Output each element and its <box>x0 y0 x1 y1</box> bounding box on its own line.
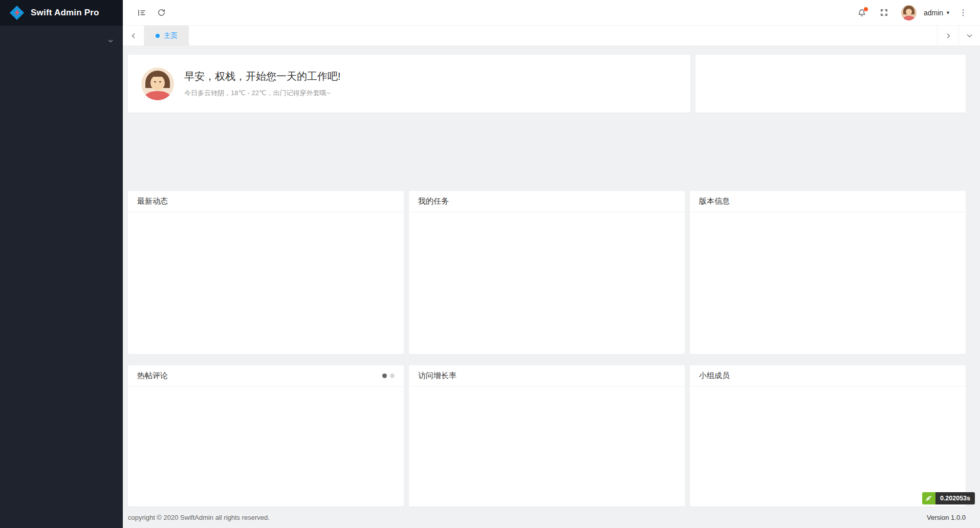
tab-active-dot <box>156 34 160 38</box>
quick-links-card <box>695 55 966 113</box>
team-card-title: 小组成员 <box>699 371 730 381</box>
tab-label: 主页 <box>164 31 178 40</box>
debug-toolbar[interactable]: 0.202053s <box>922 492 975 504</box>
carousel-dots <box>382 373 395 378</box>
greeting-text: 早安，权栈，开始您一天的工作吧! <box>184 70 341 83</box>
user-menu[interactable]: admin ▼ <box>924 9 950 17</box>
copyright-text: copyright © 2020 SwiftAdmin all rights r… <box>128 514 270 521</box>
comments-card: 热帖评论 <box>128 365 404 507</box>
welcome-card: 早安，权栈，开始您一天的工作吧! 今日多云转阴，18℃ - 22℃，出门记得穿外… <box>128 55 690 113</box>
header-actions: admin ▼ ⋮ <box>852 3 971 23</box>
top-header: admin ▼ ⋮ <box>123 0 980 26</box>
team-list <box>690 387 966 393</box>
growth-chart-card: 访问增长率 <box>409 365 685 507</box>
app-title: Swift Admin Pro <box>31 8 99 18</box>
sidebar-item-0[interactable] <box>0 29 123 53</box>
carousel-dot-1[interactable] <box>382 373 387 378</box>
greeting-avatar <box>141 68 174 100</box>
comments-table <box>128 387 404 392</box>
news-card-title: 最新动态 <box>137 196 168 206</box>
version-card-title: 版本信息 <box>699 196 730 206</box>
team-card: 小组成员 <box>690 365 966 507</box>
notification-dot <box>864 7 868 11</box>
tabs-scroll-right-icon[interactable] <box>937 26 959 46</box>
tasks-card-title: 我的任务 <box>418 196 449 206</box>
tasks-card: 我的任务 <box>409 191 685 354</box>
tab-spacer <box>189 26 937 46</box>
notifications-bell-icon[interactable] <box>852 3 872 23</box>
comments-card-title: 热帖评论 <box>137 371 168 381</box>
user-avatar[interactable] <box>901 5 917 20</box>
username: admin <box>924 9 943 17</box>
news-card: 最新动态 <box>128 191 404 354</box>
logo-icon <box>9 5 25 20</box>
version-card: 版本信息 <box>690 191 966 354</box>
chart-card-title: 访问增长率 <box>418 371 456 381</box>
refresh-icon[interactable] <box>151 3 171 23</box>
footer-version: Version 1.0.0 <box>927 514 966 521</box>
chevron-down-icon: ▼ <box>946 10 950 15</box>
tabs-scroll-left-icon[interactable] <box>123 26 144 46</box>
shortcuts-row <box>128 123 966 182</box>
version-table <box>690 212 966 214</box>
tab-bar: 主页 <box>123 26 980 46</box>
chevron-down-icon <box>107 38 114 44</box>
debug-time: 0.202053s <box>935 492 975 504</box>
weather-text: 今日多云转阴，18℃ - 22℃，出门记得穿外套哦~ <box>184 89 341 98</box>
sidebar: Swift Admin Pro <box>0 0 123 528</box>
tasks-table <box>409 212 685 218</box>
app-root: Swift Admin Pro <box>0 0 980 528</box>
page-footer: copyright © 2020 SwiftAdmin all rights r… <box>128 514 966 521</box>
app-logo[interactable]: Swift Admin Pro <box>0 0 123 26</box>
thinkphp-leaf-icon <box>922 492 935 504</box>
news-timeline <box>128 212 404 229</box>
collapse-sidebar-icon[interactable] <box>132 3 151 23</box>
more-options-icon[interactable]: ⋮ <box>955 8 971 17</box>
sidebar-menu <box>0 26 123 528</box>
tab-home[interactable]: 主页 <box>144 26 189 46</box>
main-area: admin ▼ ⋮ 主页 <box>123 0 980 528</box>
carousel-dot-2[interactable] <box>390 373 395 378</box>
content-area: 早安，权栈，开始您一天的工作吧! 今日多云转阴，18℃ - 22℃，出门记得穿外… <box>123 46 980 528</box>
tabs-menu-icon[interactable] <box>959 26 980 46</box>
welcome-text: 早安，权栈，开始您一天的工作吧! 今日多云转阴，18℃ - 22℃，出门记得穿外… <box>184 70 341 98</box>
fullscreen-icon[interactable] <box>875 3 894 23</box>
